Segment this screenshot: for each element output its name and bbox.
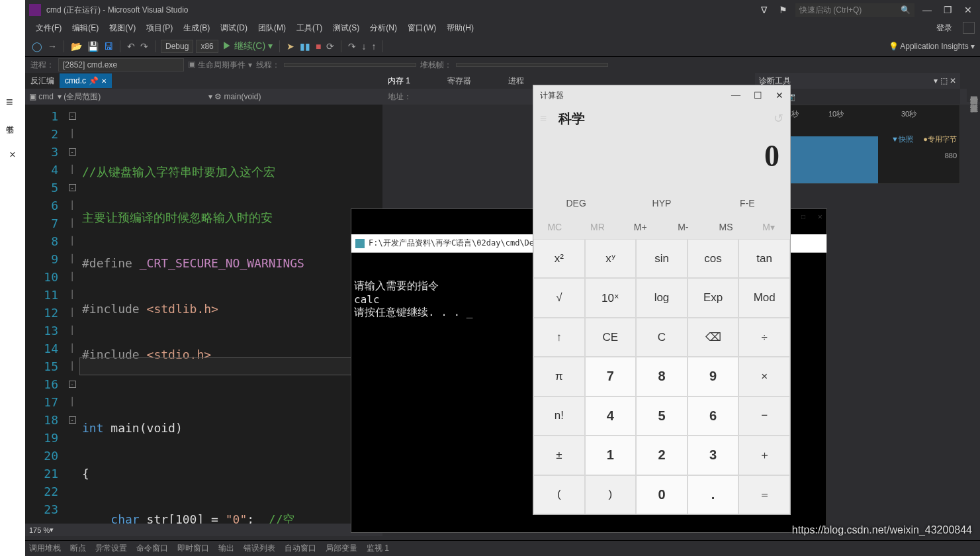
tenx-button[interactable]: 10ˣ [585, 278, 637, 317]
mr-button[interactable]: MR [576, 215, 619, 239]
menu-analyze[interactable]: 分析(N) [365, 20, 402, 36]
close-icon[interactable]: × [0, 149, 25, 161]
fact-button[interactable]: n! [533, 396, 585, 436]
process-combo[interactable]: [2852] cmd.exe [58, 58, 184, 71]
menu-tools[interactable]: 工具(T) [291, 20, 328, 36]
one-button[interactable]: 1 [585, 436, 637, 475]
zero-button[interactable]: 0 [636, 475, 688, 514]
avatar-icon[interactable] [963, 22, 975, 34]
log-button[interactable]: log [636, 278, 688, 317]
con-close-button[interactable]: ✕ [818, 212, 823, 221]
ce-button[interactable]: CE [585, 318, 637, 357]
menu-test[interactable]: 测试(S) [328, 20, 365, 36]
status-exceptions[interactable]: 异常设置 [95, 543, 127, 554]
neg-button[interactable]: ± [533, 436, 585, 475]
filter-icon[interactable]: ∇ [757, 3, 771, 17]
mmenu-button[interactable]: M▾ [747, 215, 790, 239]
seven-button[interactable]: 7 [585, 357, 637, 396]
nav-back-icon[interactable]: ◯ [30, 40, 44, 53]
menu-view[interactable]: 视图(V) [104, 20, 141, 36]
mplus-button[interactable]: M+ [619, 215, 662, 239]
restart-icon[interactable]: ⟳ [325, 40, 335, 53]
zoom-level[interactable]: 175 % [29, 526, 50, 534]
menu-edit[interactable]: 编辑(E) [67, 20, 104, 36]
five-button[interactable]: 5 [636, 396, 688, 436]
step-into-icon[interactable]: ↓ [360, 40, 367, 53]
minimize-button[interactable]: — [918, 3, 936, 17]
menu-file[interactable]: 文件(F) [30, 20, 67, 36]
calc-max-button[interactable]: ☐ [754, 90, 762, 101]
config-combo[interactable]: Debug [161, 40, 193, 53]
sin-button[interactable]: sin [636, 239, 688, 278]
plus-button[interactable]: ＋ [738, 436, 790, 475]
mminus-button[interactable]: M- [662, 215, 705, 239]
menu-project[interactable]: 项目(P) [141, 20, 178, 36]
status-command[interactable]: 命令窗口 [136, 543, 168, 554]
xsq-button[interactable]: x² [533, 239, 585, 278]
stop-icon[interactable]: ■ [314, 40, 322, 53]
status-breakpoints[interactable]: 断点 [70, 543, 86, 554]
platform-combo[interactable]: x86 [196, 40, 218, 53]
menu-build[interactable]: 生成(B) [178, 20, 215, 36]
status-locals[interactable]: 局部变量 [326, 543, 357, 554]
menu-help[interactable]: 帮助(H) [441, 20, 479, 36]
two-button[interactable]: 2 [636, 436, 688, 475]
close-tab-icon[interactable]: ✕ [101, 77, 107, 85]
breadcrumb-func[interactable]: ▾ ⚙ main(void) [208, 92, 261, 101]
menu-debug[interactable]: 调试(D) [215, 20, 253, 36]
status-callstack[interactable]: 调用堆栈 [29, 543, 61, 554]
login-button[interactable]: 登录 [931, 20, 958, 36]
status-output[interactable]: 输出 [218, 543, 234, 554]
div-button[interactable]: ÷ [738, 318, 790, 357]
cos-button[interactable]: cos [688, 239, 739, 278]
fold-gutter[interactable]: -│-│-││││││││││-│- [65, 105, 79, 524]
ms-button[interactable]: MS [705, 215, 748, 239]
tan-button[interactable]: tan [738, 239, 790, 278]
undo-icon[interactable]: ↶ [126, 40, 136, 53]
open-icon[interactable]: 📂 [69, 40, 83, 53]
history-icon[interactable]: ↺ [774, 111, 783, 126]
equals-button[interactable]: ＝ [738, 475, 790, 514]
fe-button[interactable]: F-E [705, 191, 790, 215]
sqrt-button[interactable]: √ [533, 278, 585, 317]
break-icon[interactable]: ▮▮ [298, 40, 312, 53]
pi-button[interactable]: π [533, 357, 585, 396]
mc-button[interactable]: MC [533, 215, 576, 239]
pin-icon[interactable]: 📌 [89, 76, 99, 85]
notify-icon[interactable]: ⚑ [775, 3, 791, 17]
exp-button[interactable]: Exp [688, 278, 739, 317]
backspace-button[interactable]: ⌫ [688, 318, 739, 357]
step-out-icon[interactable]: ↑ [370, 40, 377, 53]
thread-combo[interactable] [284, 63, 416, 67]
breadcrumb-scope[interactable]: ▾ (全局范围) [58, 91, 204, 103]
vertical-tabs[interactable]: 解决和谐同情提示器 异常设置源管理器 [967, 86, 980, 102]
eight-button[interactable]: 8 [636, 357, 688, 396]
status-immediate[interactable]: 即时窗口 [177, 543, 209, 554]
menu-team[interactable]: 团队(M) [253, 20, 291, 36]
tab-process[interactable]: 进程 [503, 73, 529, 89]
minus-button[interactable]: − [738, 396, 790, 436]
save-icon[interactable]: 💾 [86, 40, 100, 53]
mul-button[interactable]: × [738, 357, 790, 396]
restore-button[interactable]: ❐ [940, 3, 956, 17]
con-max-button[interactable]: ☐ [801, 212, 806, 221]
up-button[interactable]: ↑ [533, 318, 585, 357]
hamburger-icon[interactable]: ≡ [6, 96, 13, 108]
status-autos[interactable]: 自动窗口 [285, 543, 316, 554]
lparen-button[interactable]: ( [533, 475, 585, 514]
dot-button[interactable]: . [688, 475, 739, 514]
close-button[interactable]: ✕ [960, 3, 976, 17]
stack-combo[interactable] [456, 63, 608, 67]
step-icon[interactable]: ➤ [285, 40, 296, 53]
c-button[interactable]: C [636, 318, 688, 357]
calc-menu-icon[interactable]: ≡ [540, 112, 547, 126]
status-errors[interactable]: 错误列表 [244, 543, 275, 554]
breadcrumb-file[interactable]: ▣ cmd [29, 92, 54, 101]
xy-button[interactable]: xʸ [585, 239, 637, 278]
quick-launch-input[interactable]: 快速启动 (Ctrl+Q)🔍 [795, 3, 914, 17]
hyp-button[interactable]: HYP [619, 191, 704, 215]
four-button[interactable]: 4 [585, 396, 637, 436]
deg-button[interactable]: DEG [533, 191, 619, 215]
three-button[interactable]: 3 [688, 436, 739, 475]
tab-cmd-c[interactable]: cmd.c📌✕ [60, 73, 112, 88]
